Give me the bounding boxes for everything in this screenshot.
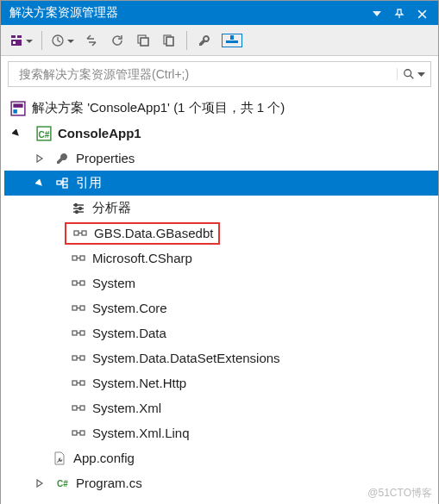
- svg-rect-33: [80, 356, 85, 360]
- reference-label: GBS.Data.GBasedbt: [94, 226, 213, 240]
- svg-rect-6: [166, 37, 173, 46]
- svg-rect-29: [80, 306, 85, 310]
- svg-rect-24: [72, 256, 77, 260]
- reference-label: System.Data: [92, 326, 166, 340]
- home-button[interactable]: [6, 28, 36, 53]
- title-bar: 解决方案资源管理器: [1, 1, 438, 25]
- svg-rect-36: [72, 406, 77, 410]
- solution-explorer-panel: 解决方案资源管理器: [0, 0, 439, 504]
- assembly-icon: [70, 250, 87, 267]
- assembly-icon: [70, 325, 87, 342]
- svg-rect-16: [57, 181, 61, 184]
- solution-icon: [9, 100, 27, 117]
- search-options-button[interactable]: [397, 68, 425, 80]
- show-all-files-button[interactable]: [157, 28, 181, 53]
- appconfig-node[interactable]: App.config: [4, 445, 438, 470]
- svg-rect-22: [74, 231, 78, 235]
- watermark: @51CTO博客: [367, 486, 432, 501]
- svg-point-21: [76, 210, 78, 213]
- solution-label: 解决方案 'ConsoleApp1' (1 个项目，共 1 个): [32, 100, 285, 116]
- assembly-icon: [70, 375, 87, 392]
- highlighted-reference: GBS.Data.GBasedbt: [65, 222, 220, 245]
- svg-rect-17: [63, 178, 67, 182]
- search-bar[interactable]: [8, 61, 431, 87]
- svg-rect-34: [72, 381, 77, 385]
- reference-node[interactable]: System.Core: [4, 296, 438, 320]
- analyzers-node[interactable]: 分析器: [4, 196, 438, 221]
- svg-rect-18: [63, 184, 67, 188]
- assembly-icon: [70, 425, 87, 442]
- properties-button[interactable]: [192, 28, 216, 53]
- expander-icon[interactable]: [9, 127, 23, 140]
- expander-icon[interactable]: [33, 476, 47, 490]
- reference-label: Microsoft.CSharp: [92, 251, 192, 265]
- toolbar-separator: [41, 31, 42, 50]
- reference-label: System.Core: [92, 301, 167, 315]
- project-label: ConsoleApp1: [58, 126, 141, 140]
- toolbar-separator: [186, 31, 187, 50]
- reference-node[interactable]: System.Data.DataSetExtensions: [4, 345, 438, 370]
- svg-rect-26: [72, 281, 77, 285]
- reference-node[interactable]: System: [4, 271, 438, 296]
- svg-rect-35: [80, 381, 85, 385]
- properties-node[interactable]: Properties: [4, 146, 438, 171]
- references-node[interactable]: 引用: [4, 171, 438, 196]
- assembly-icon: [70, 275, 87, 292]
- expander-icon[interactable]: [33, 177, 47, 190]
- svg-text:C#: C#: [39, 129, 50, 139]
- svg-rect-25: [80, 256, 85, 260]
- search-input[interactable]: [17, 66, 397, 82]
- svg-rect-12: [13, 103, 22, 108]
- programcs-label: Program.cs: [76, 476, 142, 490]
- toolbar: [1, 25, 438, 56]
- reference-label: System.Net.Http: [92, 376, 186, 390]
- references-label: 引用: [76, 175, 102, 191]
- reference-node[interactable]: System.Xml.Linq: [4, 420, 438, 445]
- assembly-icon: [70, 400, 87, 417]
- svg-rect-37: [80, 406, 85, 410]
- reference-label: System.Xml: [92, 401, 161, 415]
- svg-rect-32: [72, 356, 77, 360]
- svg-rect-28: [72, 306, 77, 310]
- reference-node[interactable]: Microsoft.CSharp: [4, 246, 438, 271]
- config-file-icon: [51, 450, 68, 467]
- collapse-all-button[interactable]: [131, 28, 155, 53]
- reference-node[interactable]: GBS.Data.GBasedbt: [4, 221, 438, 246]
- window-menu-icon[interactable]: [366, 6, 388, 20]
- reference-node[interactable]: System.Data: [4, 320, 438, 345]
- reference-label: System: [92, 276, 135, 290]
- pin-icon[interactable]: [388, 6, 411, 20]
- assembly-icon: [70, 300, 87, 317]
- svg-rect-30: [72, 331, 77, 335]
- properties-label: Properties: [76, 151, 135, 165]
- svg-point-10: [405, 70, 411, 77]
- analyzers-label: 分析器: [92, 200, 131, 216]
- reference-label: System.Xml.Linq: [92, 426, 190, 440]
- solution-node[interactable]: 解决方案 'ConsoleApp1' (1 个项目，共 1 个): [4, 96, 438, 121]
- reference-node[interactable]: System.Net.Http: [4, 370, 438, 395]
- svg-rect-39: [80, 431, 85, 435]
- svg-rect-27: [80, 281, 85, 285]
- assembly-icon: [72, 225, 89, 242]
- project-node[interactable]: C# ConsoleApp1: [4, 121, 438, 146]
- close-icon[interactable]: [411, 6, 433, 20]
- panel-title: 解决方案资源管理器: [9, 5, 366, 21]
- svg-text:C#: C#: [57, 479, 68, 488]
- solution-tree: 解决方案 'ConsoleApp1' (1 个项目，共 1 个) C# Cons…: [1, 92, 438, 504]
- wrench-icon: [53, 150, 71, 167]
- history-button[interactable]: [47, 28, 78, 53]
- expander-icon[interactable]: [33, 152, 47, 165]
- csharp-file-icon: C#: [53, 475, 71, 492]
- svg-point-20: [79, 207, 82, 209]
- csproject-icon: C#: [35, 125, 53, 142]
- reference-node[interactable]: System.Xml: [4, 395, 438, 420]
- svg-rect-31: [80, 331, 85, 335]
- sync-button[interactable]: [79, 28, 103, 53]
- analyzers-icon: [70, 200, 87, 217]
- preview-button[interactable]: [218, 28, 246, 53]
- svg-rect-8: [226, 40, 238, 43]
- svg-rect-13: [13, 109, 17, 114]
- svg-rect-0: [13, 41, 16, 44]
- refresh-button[interactable]: [105, 28, 129, 53]
- svg-rect-38: [72, 431, 77, 435]
